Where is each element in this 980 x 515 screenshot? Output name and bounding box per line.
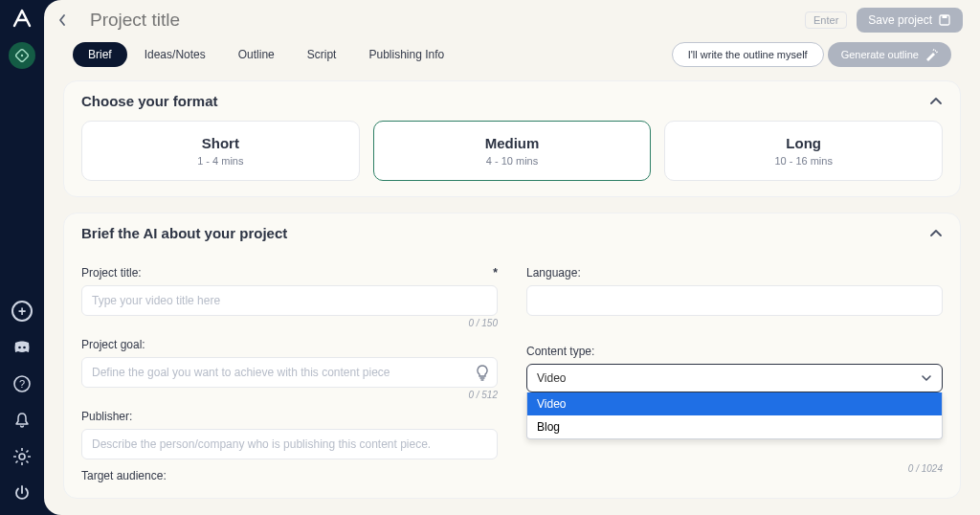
chevron-down-icon — [921, 374, 932, 382]
settings-icon[interactable] — [8, 442, 36, 471]
brief-heading: Brief the AI about your project — [81, 225, 287, 241]
publisher-counter: 0 / 1024 — [526, 463, 943, 474]
magic-wand-icon — [924, 48, 938, 61]
tab-ideas-notes[interactable]: Ideas/Notes — [129, 42, 221, 67]
svg-point-3 — [23, 347, 26, 349]
save-project-label: Save project — [868, 13, 932, 27]
collapse-brief-button[interactable] — [929, 229, 943, 238]
topbar: Enter Save project — [44, 0, 980, 36]
svg-point-1 — [21, 55, 23, 56]
svg-text:?: ? — [19, 378, 25, 390]
save-icon — [938, 13, 951, 27]
publisher-input[interactable] — [81, 429, 498, 459]
tab-row: Brief Ideas/Notes Outline Script Publish… — [44, 36, 980, 77]
project-goal-input[interactable] — [81, 357, 498, 388]
back-button[interactable] — [57, 13, 80, 27]
generate-outline-button[interactable]: Generate outline — [828, 42, 951, 67]
workspace-badge-icon[interactable] — [9, 42, 35, 69]
svg-point-6 — [19, 454, 25, 459]
project-title-input[interactable] — [81, 285, 498, 316]
tab-outline[interactable]: Outline — [223, 42, 290, 67]
content-type-dropdown: Video Blog — [526, 392, 943, 439]
content-scroll: Choose your format Short 1 - 4 mins Medi… — [44, 77, 980, 515]
collapse-format-button[interactable] — [929, 97, 943, 106]
required-marker: * — [493, 266, 498, 280]
tab-script[interactable]: Script — [292, 42, 352, 67]
format-name: Short — [92, 135, 349, 151]
format-option-short[interactable]: Short 1 - 4 mins — [81, 121, 360, 181]
add-button[interactable]: + — [8, 297, 36, 325]
format-sub: 10 - 16 mins — [675, 155, 932, 167]
tabs: Brief Ideas/Notes Outline Script Publish… — [73, 42, 459, 67]
project-title-counter: 0 / 150 — [81, 318, 498, 328]
project-title-label: Project title: * — [81, 266, 498, 280]
svg-rect-8 — [943, 15, 947, 18]
publisher-label: Publisher: — [81, 410, 498, 423]
tab-publishing-info[interactable]: Publishing Info — [353, 42, 459, 67]
content-type-value: Video — [537, 371, 566, 385]
format-sub: 4 - 10 mins — [384, 155, 641, 167]
project-goal-counter: 0 / 512 — [81, 390, 498, 400]
save-project-button[interactable]: Save project — [857, 8, 963, 33]
main-panel: Enter Save project Brief Ideas/Notes Out… — [44, 0, 980, 515]
language-label: Language: — [526, 266, 943, 280]
notifications-icon[interactable] — [8, 406, 36, 435]
help-icon[interactable]: ? — [8, 369, 36, 398]
discord-icon[interactable] — [8, 333, 36, 362]
content-type-select[interactable]: Video — [526, 364, 943, 392]
content-type-option-blog[interactable]: Blog — [527, 415, 942, 438]
format-option-medium[interactable]: Medium 4 - 10 mins — [373, 121, 652, 181]
svg-point-2 — [18, 347, 21, 349]
format-option-long[interactable]: Long 10 - 16 mins — [664, 121, 943, 181]
app-sidebar: + ? — [0, 0, 44, 515]
content-type-label: Content type: — [526, 345, 943, 358]
format-sub: 1 - 4 mins — [92, 155, 349, 167]
format-heading: Choose your format — [81, 93, 218, 109]
language-input[interactable] — [526, 285, 943, 316]
format-card: Choose your format Short 1 - 4 mins Medi… — [63, 80, 961, 197]
tab-brief[interactable]: Brief — [73, 42, 127, 67]
app-logo-icon — [10, 6, 34, 31]
project-goal-label: Project goal: — [81, 338, 498, 351]
project-title-heading[interactable] — [90, 10, 243, 31]
brief-card: Brief the AI about your project Project … — [63, 213, 961, 499]
lightbulb-icon[interactable] — [475, 364, 490, 381]
format-name: Medium — [384, 135, 641, 151]
generate-outline-label: Generate outline — [841, 49, 919, 60]
power-icon[interactable] — [8, 479, 36, 507]
write-outline-myself-button[interactable]: I'll write the outline myself — [672, 42, 824, 67]
content-type-option-video[interactable]: Video — [527, 392, 942, 415]
enter-hint: Enter — [805, 11, 847, 29]
format-name: Long — [675, 135, 932, 151]
target-audience-label: Target audience: — [81, 469, 498, 482]
